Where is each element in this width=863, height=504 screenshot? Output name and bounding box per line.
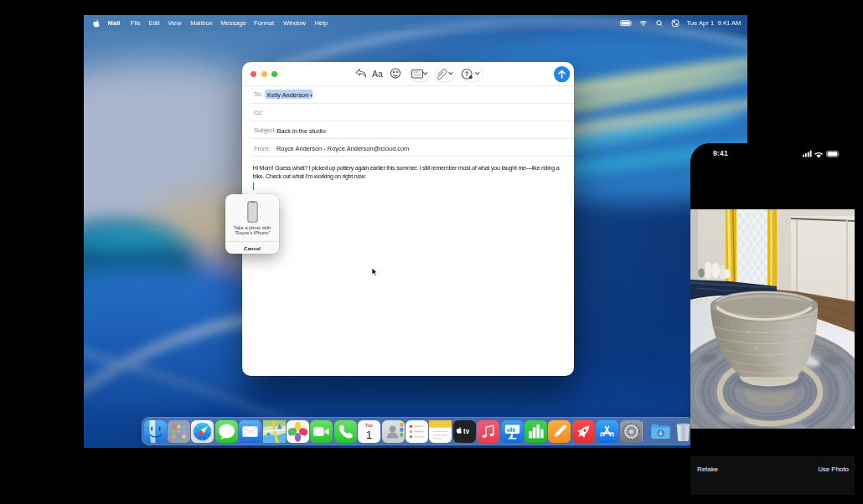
svg-text:Aa: Aa <box>372 69 383 79</box>
svg-text:1: 1 <box>366 429 373 441</box>
svg-text:tv: tv <box>463 428 470 435</box>
svg-text:Tue: Tue <box>365 423 373 428</box>
